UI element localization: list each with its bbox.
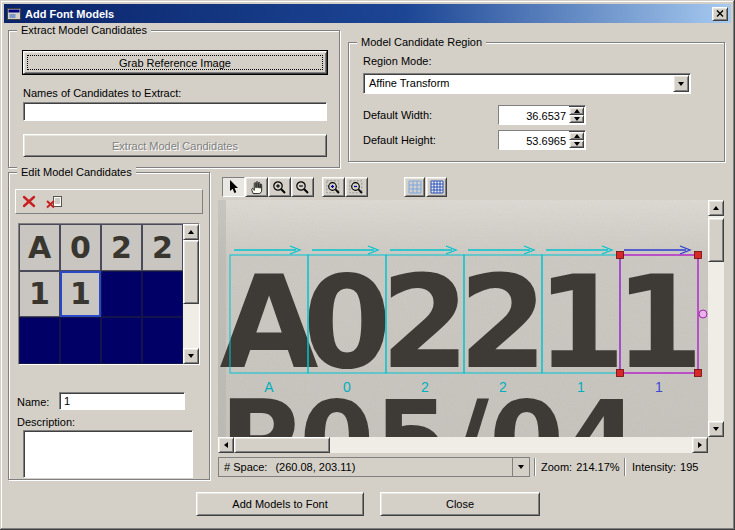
model-cell-empty[interactable] [142,271,183,318]
delete-icon [22,195,36,208]
scroll-down-icon[interactable] [183,348,199,364]
model-cell-empty[interactable] [60,317,101,364]
intensity-value: 195 [680,461,698,473]
pan-tool-button[interactable] [245,177,268,197]
status-separator [624,458,626,476]
model-description-input[interactable] [23,430,193,478]
window-title: Add Font Models [25,8,712,20]
height-spin-up-button[interactable] [569,132,584,140]
fine-grid-icon [430,180,444,194]
space-selector[interactable]: # Space:(260.08, 203.11) [218,457,530,477]
pointer-tool-button[interactable] [222,177,245,197]
grid-toggle-button[interactable] [404,177,425,197]
fine-grid-toggle-button[interactable] [426,177,447,197]
candidate-label: A [264,379,274,395]
delete-all-models-button[interactable] [44,194,65,210]
intensity-readout: Intensity:195 [632,461,698,473]
close-icon[interactable] [712,7,728,21]
model-thumbnail: 1 [29,276,50,311]
title-bar[interactable]: Add Font Models [4,4,731,23]
model-name-input[interactable] [59,392,185,410]
grab-reference-image-button[interactable]: Grab Reference Image [23,51,327,74]
model-cell[interactable]: 2 [101,224,142,271]
image-character: 1 [614,248,703,397]
resize-handle[interactable] [617,252,624,259]
scrollbar-corner [708,437,724,453]
scroll-up-icon[interactable] [183,224,199,240]
add-models-to-font-button[interactable]: Add Models to Font [196,492,364,516]
extract-model-candidates-button[interactable]: Extract Model Candidates [23,134,327,157]
hand-icon [249,180,264,195]
viewer-vertical-scrollbar[interactable] [708,200,724,437]
model-cell[interactable]: 2 [142,224,183,271]
model-cell-selected[interactable]: 1 [60,271,101,318]
image-text-row: A 0 2 2 1 1 [219,248,703,397]
region-mode-label: Region Mode: [363,55,432,67]
scroll-left-icon[interactable] [218,437,234,453]
default-width-input[interactable] [499,106,569,124]
status-separator [534,458,536,476]
default-width-stepper[interactable] [498,105,586,125]
model-grid-scrollbar[interactable] [183,224,199,364]
rotate-handle[interactable] [699,310,707,318]
zoom-out-icon [295,180,310,195]
zoom-readout: Zoom:214.17% [541,461,620,473]
model-thumbnail: 0 [70,230,91,265]
chevron-down-icon[interactable] [512,458,529,476]
default-height-stepper[interactable] [498,130,586,150]
model-cell-empty[interactable] [142,317,183,364]
candidate-label: 2 [421,379,429,395]
delete-model-button[interactable] [20,194,38,209]
scrollbar-thumb[interactable] [708,218,724,262]
model-cell-empty[interactable] [101,317,142,364]
scrollbar-track[interactable] [183,240,199,348]
zoom-window-button[interactable] [322,177,345,197]
resize-handle[interactable] [617,370,624,377]
cursor-coordinates: (260.08, 203.11) [275,461,355,473]
resize-handle[interactable] [695,252,702,259]
default-height-input[interactable] [499,131,569,149]
model-cell-empty[interactable] [19,317,60,364]
width-spin-down-button[interactable] [569,115,584,123]
resize-handle[interactable] [695,370,702,377]
edit-toolbar [15,189,203,214]
image-character: 1 [536,248,625,397]
close-button[interactable]: Close [380,492,540,516]
add-font-models-dialog: Add Font Models Extract Model Candidates… [0,0,735,530]
model-cell[interactable]: 1 [19,271,60,318]
height-spin-down-button[interactable] [569,140,584,148]
model-cell[interactable]: 0 [60,224,101,271]
image-canvas[interactable]: A 0 2 2 1 1 P05/04 [218,200,708,437]
scroll-up-icon[interactable] [708,200,724,216]
image-character: 2 [458,248,547,397]
image-character: 0 [302,248,391,397]
candidate-names-input[interactable] [23,102,327,121]
scrollbar-thumb[interactable] [183,240,199,304]
image-viewport[interactable]: A 0 2 2 1 1 P05/04 [218,200,708,437]
edit-group: Edit Model Candidates A 0 2 2 1 1 [8,172,210,480]
candidate-label: 0 [343,379,351,395]
scroll-right-icon[interactable] [692,437,708,453]
width-spin-up-button[interactable] [569,107,584,115]
app-icon [7,7,21,21]
default-width-label: Default Width: [363,109,432,121]
model-description-label: Description: [17,416,75,428]
scrollbar-track[interactable] [708,216,724,421]
scrollbar-thumb[interactable] [234,437,330,453]
model-cell[interactable]: A [19,224,60,271]
model-cell-empty[interactable] [101,271,142,318]
viewer-horizontal-scrollbar[interactable] [218,437,708,453]
zoom-in-button[interactable] [268,177,291,197]
zoom-out-button[interactable] [291,177,314,197]
candidate-label: 2 [499,379,507,395]
model-thumbnail: 1 [70,276,91,311]
scrollbar-track[interactable] [234,437,692,453]
zoom-fit-button[interactable] [345,177,368,197]
space-readout: # Space:(260.08, 203.11) [219,461,512,473]
candidate-label: 1 [577,379,585,395]
model-thumbnail: A [28,230,51,265]
region-mode-select[interactable]: Affine Transform [363,73,691,94]
chevron-down-icon[interactable] [673,75,689,92]
scroll-down-icon[interactable] [708,421,724,437]
model-thumbnail: 2 [152,230,173,265]
